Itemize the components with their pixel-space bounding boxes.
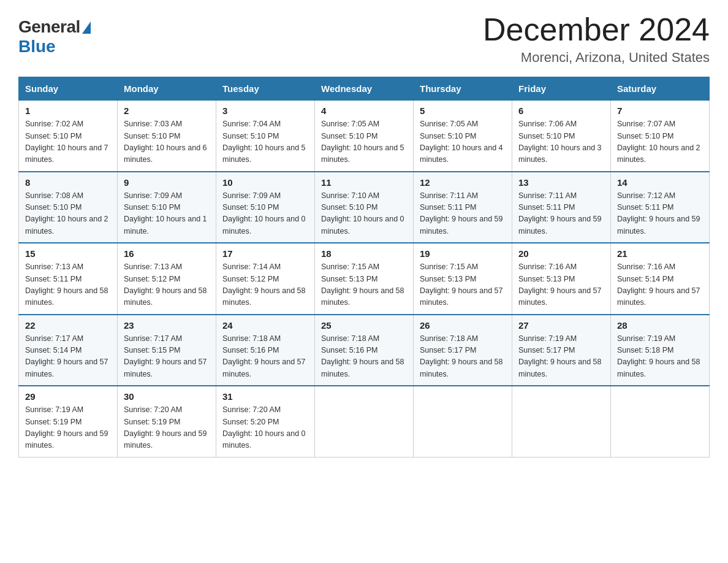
calendar-cell: 28Sunrise: 7:19 AMSunset: 5:18 PMDayligh… [611,315,710,386]
calendar-cell [611,386,710,457]
calendar-cell: 29Sunrise: 7:19 AMSunset: 5:19 PMDayligh… [19,386,118,457]
calendar-cell: 8Sunrise: 7:08 AMSunset: 5:10 PMDaylight… [19,172,118,243]
calendar-cell: 25Sunrise: 7:18 AMSunset: 5:16 PMDayligh… [315,315,414,386]
day-number: 28 [617,320,703,331]
day-info: Sunrise: 7:18 AMSunset: 5:16 PMDaylight:… [321,333,407,381]
calendar-cell: 19Sunrise: 7:15 AMSunset: 5:13 PMDayligh… [414,243,512,315]
day-number: 27 [518,320,604,331]
calendar-cell: 21Sunrise: 7:16 AMSunset: 5:14 PMDayligh… [611,243,710,315]
calendar-cell: 12Sunrise: 7:11 AMSunset: 5:11 PMDayligh… [414,172,512,243]
day-info: Sunrise: 7:15 AMSunset: 5:13 PMDaylight:… [321,261,407,309]
day-header-row: Sunday Monday Tuesday Wednesday Thursday… [19,77,710,101]
calendar-cell: 26Sunrise: 7:18 AMSunset: 5:17 PMDayligh… [414,315,512,386]
header-monday: Monday [118,77,216,101]
day-number: 1 [25,105,111,116]
day-number: 5 [420,105,506,116]
day-number: 29 [25,391,111,402]
day-info: Sunrise: 7:13 AMSunset: 5:12 PMDaylight:… [124,261,210,309]
day-number: 8 [25,177,111,188]
day-number: 30 [124,391,210,402]
day-info: Sunrise: 7:13 AMSunset: 5:11 PMDaylight:… [25,261,111,309]
day-info: Sunrise: 7:03 AMSunset: 5:10 PMDaylight:… [124,118,210,166]
day-info: Sunrise: 7:05 AMSunset: 5:10 PMDaylight:… [321,118,407,166]
day-number: 19 [420,248,506,259]
header-tuesday: Tuesday [216,77,315,101]
day-info: Sunrise: 7:18 AMSunset: 5:16 PMDaylight:… [222,333,308,381]
calendar-cell: 22Sunrise: 7:17 AMSunset: 5:14 PMDayligh… [19,315,118,386]
calendar-cell: 17Sunrise: 7:14 AMSunset: 5:12 PMDayligh… [216,243,315,315]
calendar-week-row: 22Sunrise: 7:17 AMSunset: 5:14 PMDayligh… [19,315,710,386]
day-info: Sunrise: 7:16 AMSunset: 5:13 PMDaylight:… [518,261,604,309]
calendar-cell: 10Sunrise: 7:09 AMSunset: 5:10 PMDayligh… [216,172,315,243]
day-number: 22 [25,320,111,331]
day-number: 17 [222,248,308,259]
day-info: Sunrise: 7:17 AMSunset: 5:14 PMDaylight:… [25,333,111,381]
calendar-cell: 11Sunrise: 7:10 AMSunset: 5:10 PMDayligh… [315,172,414,243]
calendar-cell [512,386,611,457]
day-info: Sunrise: 7:16 AMSunset: 5:14 PMDaylight:… [617,261,703,309]
day-number: 7 [617,105,703,116]
day-number: 23 [124,320,210,331]
day-number: 6 [518,105,604,116]
calendar-cell: 13Sunrise: 7:11 AMSunset: 5:11 PMDayligh… [512,172,611,243]
day-number: 13 [518,177,604,188]
calendar-cell: 23Sunrise: 7:17 AMSunset: 5:15 PMDayligh… [118,315,216,386]
month-title: December 2024 [483,12,710,47]
day-info: Sunrise: 7:09 AMSunset: 5:10 PMDaylight:… [222,190,308,238]
calendar-cell: 1Sunrise: 7:02 AMSunset: 5:10 PMDaylight… [19,101,118,172]
day-number: 21 [617,248,703,259]
day-info: Sunrise: 7:05 AMSunset: 5:10 PMDaylight:… [420,118,506,166]
header: General Blue December 2024 Morenci, Ariz… [18,12,710,66]
calendar-cell [315,386,414,457]
calendar-week-row: 8Sunrise: 7:08 AMSunset: 5:10 PMDaylight… [19,172,710,243]
day-info: Sunrise: 7:08 AMSunset: 5:10 PMDaylight:… [25,190,111,238]
day-number: 2 [124,105,210,116]
day-number: 11 [321,177,407,188]
calendar-cell: 20Sunrise: 7:16 AMSunset: 5:13 PMDayligh… [512,243,611,315]
day-number: 16 [124,248,210,259]
header-friday: Friday [512,77,611,101]
day-info: Sunrise: 7:15 AMSunset: 5:13 PMDaylight:… [420,261,506,309]
calendar-cell: 15Sunrise: 7:13 AMSunset: 5:11 PMDayligh… [19,243,118,315]
day-info: Sunrise: 7:12 AMSunset: 5:11 PMDaylight:… [617,190,703,238]
header-wednesday: Wednesday [315,77,414,101]
day-number: 31 [222,391,308,402]
day-number: 26 [420,320,506,331]
day-number: 25 [321,320,407,331]
calendar-cell: 27Sunrise: 7:19 AMSunset: 5:17 PMDayligh… [512,315,611,386]
day-number: 24 [222,320,308,331]
calendar-week-row: 15Sunrise: 7:13 AMSunset: 5:11 PMDayligh… [19,243,710,315]
day-info: Sunrise: 7:19 AMSunset: 5:17 PMDaylight:… [518,333,604,381]
day-number: 15 [25,248,111,259]
day-info: Sunrise: 7:20 AMSunset: 5:20 PMDaylight:… [222,404,308,452]
day-info: Sunrise: 7:09 AMSunset: 5:10 PMDaylight:… [124,190,210,238]
calendar-cell: 18Sunrise: 7:15 AMSunset: 5:13 PMDayligh… [315,243,414,315]
calendar-cell: 3Sunrise: 7:04 AMSunset: 5:10 PMDaylight… [216,101,315,172]
day-info: Sunrise: 7:20 AMSunset: 5:19 PMDaylight:… [124,404,210,452]
calendar-cell: 4Sunrise: 7:05 AMSunset: 5:10 PMDaylight… [315,101,414,172]
day-number: 10 [222,177,308,188]
day-number: 14 [617,177,703,188]
calendar-week-row: 1Sunrise: 7:02 AMSunset: 5:10 PMDaylight… [19,101,710,172]
day-info: Sunrise: 7:11 AMSunset: 5:11 PMDaylight:… [518,190,604,238]
location-subtitle: Morenci, Arizona, United States [483,50,710,66]
day-info: Sunrise: 7:11 AMSunset: 5:11 PMDaylight:… [420,190,506,238]
logo-general-text: General [18,17,80,37]
calendar-cell: 31Sunrise: 7:20 AMSunset: 5:20 PMDayligh… [216,386,315,457]
logo-blue-text: Blue [18,37,56,56]
day-info: Sunrise: 7:06 AMSunset: 5:10 PMDaylight:… [518,118,604,166]
day-number: 3 [222,105,308,116]
title-area: December 2024 Morenci, Arizona, United S… [483,12,710,66]
calendar-cell: 16Sunrise: 7:13 AMSunset: 5:12 PMDayligh… [118,243,216,315]
day-info: Sunrise: 7:18 AMSunset: 5:17 PMDaylight:… [420,333,506,381]
calendar-cell: 30Sunrise: 7:20 AMSunset: 5:19 PMDayligh… [118,386,216,457]
day-info: Sunrise: 7:19 AMSunset: 5:18 PMDaylight:… [617,333,703,381]
day-info: Sunrise: 7:07 AMSunset: 5:10 PMDaylight:… [617,118,703,166]
calendar-cell: 7Sunrise: 7:07 AMSunset: 5:10 PMDaylight… [611,101,710,172]
calendar-cell: 2Sunrise: 7:03 AMSunset: 5:10 PMDaylight… [118,101,216,172]
calendar-cell: 6Sunrise: 7:06 AMSunset: 5:10 PMDaylight… [512,101,611,172]
day-number: 12 [420,177,506,188]
day-info: Sunrise: 7:02 AMSunset: 5:10 PMDaylight:… [25,118,111,166]
calendar-cell: 9Sunrise: 7:09 AMSunset: 5:10 PMDaylight… [118,172,216,243]
day-number: 4 [321,105,407,116]
